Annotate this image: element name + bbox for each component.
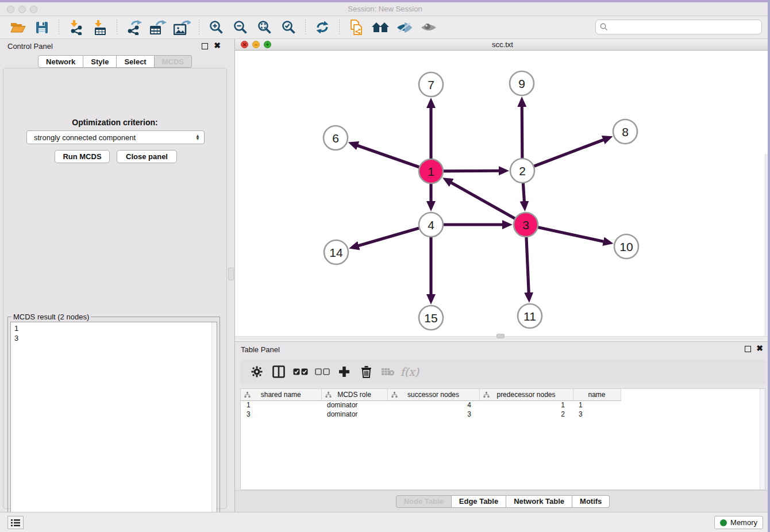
tab-mcds[interactable]: MCDS — [155, 55, 192, 68]
table-cell[interactable]: 1 — [241, 400, 321, 410]
clone-network-button[interactable] — [346, 19, 366, 36]
tab-node-table[interactable]: Node Table — [396, 495, 452, 508]
mcds-result-list[interactable]: 13 — [10, 322, 217, 527]
table-cell[interactable]: 2 — [479, 410, 573, 419]
graph-edge-3-1[interactable] — [451, 183, 526, 225]
graph-node-2[interactable]: 2 — [510, 159, 534, 183]
tab-network[interactable]: Network — [38, 55, 83, 68]
graph-node-7[interactable]: 7 — [419, 72, 443, 97]
table-cell[interactable]: 4 — [387, 400, 479, 410]
table-row[interactable]: 3dominator323 — [241, 410, 621, 419]
close-panel-button[interactable]: Close panel — [117, 150, 177, 163]
table-cell[interactable]: 1 — [573, 400, 621, 410]
table-cell[interactable]: dominator — [321, 400, 387, 410]
search-field[interactable] — [595, 20, 762, 34]
refresh-button[interactable] — [313, 19, 332, 36]
table-cell[interactable]: 3 — [387, 410, 479, 419]
zoom-out-button[interactable] — [230, 19, 250, 36]
float-table-panel-icon[interactable] — [745, 346, 751, 352]
network-view-window: ✕ − + scc.txt 7968124314101511 — [234, 39, 770, 341]
zoom-in-button[interactable] — [206, 19, 226, 36]
table-panel: Table Panel ✖ — [234, 341, 770, 512]
table-scrollbar[interactable] — [760, 389, 765, 489]
desktop-edge-right — [768, 0, 770, 532]
close-table-panel-icon[interactable]: ✖ — [756, 344, 763, 353]
zoom-selected-icon — [282, 20, 296, 34]
search-input[interactable] — [608, 21, 761, 33]
toolbar-separator — [117, 20, 117, 36]
import-network-button[interactable] — [66, 19, 86, 36]
network-canvas[interactable]: 7968124314101511 — [235, 51, 769, 336]
close-panel-icon[interactable]: ✖ — [214, 41, 221, 50]
go-home-button[interactable] — [371, 19, 390, 36]
graph-node-11[interactable]: 11 — [518, 304, 542, 328]
table-cell[interactable]: 1 — [479, 400, 573, 410]
import-network-icon — [68, 20, 83, 35]
memory-button[interactable]: Memory — [714, 516, 763, 529]
hierarchy-icon — [325, 392, 332, 398]
mcds-tab-content: Optimization criterion: strongly connect… — [3, 68, 227, 509]
tab-select[interactable]: Select — [117, 55, 154, 68]
result-scrollbar[interactable] — [211, 322, 217, 527]
export-image-icon — [174, 20, 191, 35]
graph-node-4[interactable]: 4 — [419, 213, 443, 237]
tab-network-table[interactable]: Network Table — [506, 495, 572, 508]
graph-node-1[interactable]: 1 — [419, 159, 443, 183]
table-cell[interactable]: 3 — [241, 410, 321, 419]
zoom-out-icon — [233, 20, 248, 34]
graph-node-9[interactable]: 9 — [510, 71, 534, 95]
table-row[interactable]: 1dominator411 — [241, 400, 621, 410]
export-network-button[interactable] — [124, 19, 144, 36]
export-image-button[interactable] — [172, 19, 192, 36]
column-header-name[interactable]: name — [573, 389, 621, 400]
zoom-selected-button[interactable] — [279, 19, 298, 36]
graph-node-label: 2 — [519, 164, 526, 178]
column-header-successor-nodes[interactable]: successor nodes — [387, 389, 479, 400]
column-header-shared-name[interactable]: shared name — [241, 389, 321, 400]
table-cell[interactable]: 3 — [573, 410, 621, 419]
graph-node-10[interactable]: 10 — [614, 234, 638, 259]
select-all-button[interactable] — [291, 363, 310, 380]
graph-edge-2-8[interactable] — [522, 140, 604, 171]
view-resize-handle[interactable] — [496, 334, 505, 338]
float-panel-icon[interactable] — [202, 43, 208, 49]
save-session-button[interactable] — [32, 19, 52, 36]
graph-node-8[interactable]: 8 — [613, 119, 637, 144]
table-settings-button[interactable] — [247, 363, 267, 380]
import-table-button[interactable] — [90, 19, 110, 36]
table-cell[interactable]: dominator — [321, 410, 387, 419]
tab-style[interactable]: Style — [83, 55, 117, 68]
network-window-titlebar[interactable]: ✕ − + scc.txt — [235, 39, 770, 51]
zoom-fit-button[interactable] — [255, 19, 274, 36]
delete-column-button[interactable] — [356, 363, 376, 380]
hide-unselected-button[interactable] — [395, 19, 414, 36]
column-view-button[interactable] — [269, 363, 288, 380]
network-graph[interactable]: 7968124314101511 — [235, 51, 769, 336]
show-all-button[interactable] — [419, 19, 438, 36]
window-titlebar: Session: New Session — [0, 2, 770, 16]
add-column-button[interactable] — [334, 363, 354, 380]
run-mcds-button[interactable]: Run MCDS — [55, 150, 110, 163]
node-table-grid[interactable]: shared nameMCDS rolesuccessor nodesprede… — [241, 389, 621, 419]
list-icon — [11, 519, 20, 527]
delete-table-button[interactable] — [378, 363, 398, 380]
function-builder-button[interactable]: f(x) — [400, 363, 419, 380]
tab-edge-table[interactable]: Edge Table — [452, 495, 506, 508]
deselect-all-button[interactable] — [313, 363, 332, 380]
open-session-button[interactable] — [8, 19, 28, 36]
panel-splitter-handle[interactable] — [228, 268, 234, 280]
control-panel: Control Panel ✖ NetworkStyleSelectMCDS O… — [0, 39, 230, 512]
home-icon — [371, 21, 390, 34]
export-table-button[interactable] — [148, 19, 168, 36]
graph-node-14[interactable]: 14 — [324, 240, 348, 264]
graph-node-6[interactable]: 6 — [324, 126, 348, 150]
graph-node-label: 14 — [329, 246, 343, 259]
optimization-criterion-select[interactable]: strongly connected component ▲▼ — [26, 130, 205, 144]
column-header-predecessor-nodes[interactable]: predecessor nodes — [479, 389, 573, 400]
task-history-button[interactable] — [7, 516, 24, 529]
graph-node-3[interactable]: 3 — [514, 213, 538, 237]
tab-motifs[interactable]: Motifs — [572, 495, 610, 508]
gear-icon — [251, 366, 263, 377]
graph-node-15[interactable]: 15 — [419, 306, 443, 330]
column-header-MCDS-role[interactable]: MCDS role — [321, 389, 387, 400]
